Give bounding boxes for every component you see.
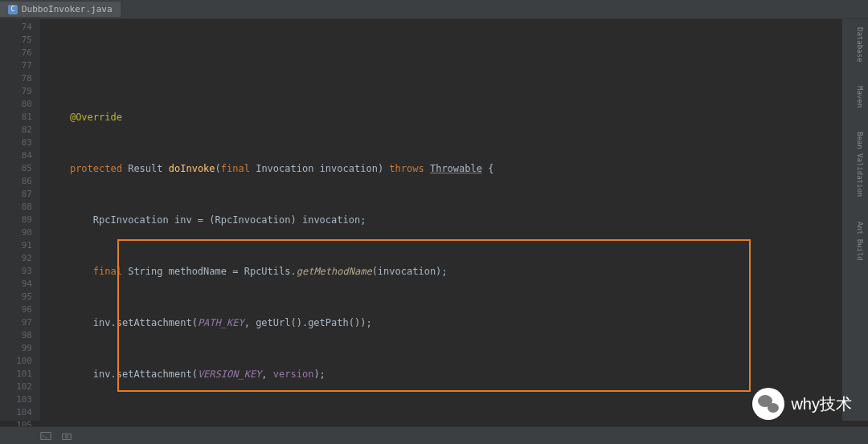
java-class-icon: C — [8, 5, 18, 14]
code-line: final String methodName = RpcUtils.getMe… — [40, 265, 868, 278]
code-line: ▶ protected Result doInvoke(final Invoca… — [40, 162, 868, 175]
line-number[interactable]: 99 — [0, 342, 32, 355]
editor: 7475767778798081828384858687888990919293… — [0, 19, 868, 421]
svg-point-2 — [65, 435, 68, 438]
line-number[interactable]: 98 — [0, 329, 32, 342]
line-number[interactable]: 83 — [0, 136, 32, 149]
line-number[interactable]: 84 — [0, 149, 32, 162]
line-number[interactable]: 93 — [0, 265, 32, 278]
line-number[interactable]: 92 — [0, 252, 32, 265]
line-number[interactable]: 85 — [0, 162, 32, 175]
line-number[interactable]: 102 — [0, 381, 32, 393]
line-number[interactable]: 96 — [0, 303, 32, 316]
line-number[interactable]: 103 — [0, 393, 32, 406]
code-area[interactable]: @Override ▶ protected Result doInvoke(fi… — [40, 19, 868, 421]
code-line: inv.setAttachment(PATH_KEY, getUrl().get… — [40, 316, 868, 329]
line-number[interactable]: 81 — [0, 111, 32, 124]
line-number[interactable]: 89 — [0, 214, 32, 226]
terminal-icon[interactable] — [40, 430, 51, 442]
code-line: @Override — [40, 111, 868, 124]
bean-validation-tool[interactable]: Bean Validation — [856, 132, 864, 197]
right-tool-panel: Database Maven Bean Validation Ant Build — [852, 19, 868, 421]
line-number[interactable]: 78 — [0, 72, 32, 85]
line-number[interactable]: 74 — [0, 21, 32, 34]
status-bar — [0, 426, 868, 444]
vertical-scrollbar[interactable] — [842, 19, 852, 421]
svg-rect-0 — [41, 432, 51, 439]
line-number[interactable]: 94 — [0, 278, 32, 291]
code-line — [40, 59, 868, 72]
editor-tab[interactable]: C DubboInvoker.java — [0, 2, 121, 17]
tab-bar: C DubboInvoker.java — [0, 0, 868, 19]
maven-tool[interactable]: Maven — [856, 86, 864, 108]
line-number[interactable]: 80 — [0, 98, 32, 111]
line-number[interactable]: 75 — [0, 34, 32, 47]
code-line — [40, 419, 868, 421]
line-number[interactable]: 79 — [0, 85, 32, 98]
line-number[interactable]: 87 — [0, 188, 32, 201]
line-number[interactable]: 77 — [0, 59, 32, 72]
ant-build-tool[interactable]: Ant Build — [856, 222, 864, 261]
wechat-icon — [752, 388, 784, 420]
watermark: why技术 — [752, 388, 852, 420]
camera-icon[interactable] — [61, 430, 72, 442]
line-number[interactable]: 91 — [0, 239, 32, 252]
line-number[interactable]: 88 — [0, 201, 32, 214]
tab-filename: DubboInvoker.java — [22, 4, 113, 14]
line-number[interactable]: 97 — [0, 316, 32, 329]
line-number[interactable]: 101 — [0, 368, 32, 381]
line-number[interactable]: 104 — [0, 406, 32, 419]
line-number[interactable]: 100 — [0, 355, 32, 368]
line-number[interactable]: 86 — [0, 175, 32, 188]
line-number[interactable]: 76 — [0, 47, 32, 59]
code-line: inv.setAttachment(VERSION_KEY, version); — [40, 368, 868, 381]
svg-rect-1 — [63, 434, 72, 439]
line-number[interactable]: 95 — [0, 291, 32, 303]
line-number[interactable]: 82 — [0, 124, 32, 136]
watermark-text: why技术 — [791, 393, 852, 415]
line-number[interactable]: 90 — [0, 226, 32, 239]
database-tool[interactable]: Database — [856, 27, 864, 62]
gutter[interactable]: 7475767778798081828384858687888990919293… — [0, 19, 40, 421]
code-line: RpcInvocation inv = (RpcInvocation) invo… — [40, 214, 868, 226]
